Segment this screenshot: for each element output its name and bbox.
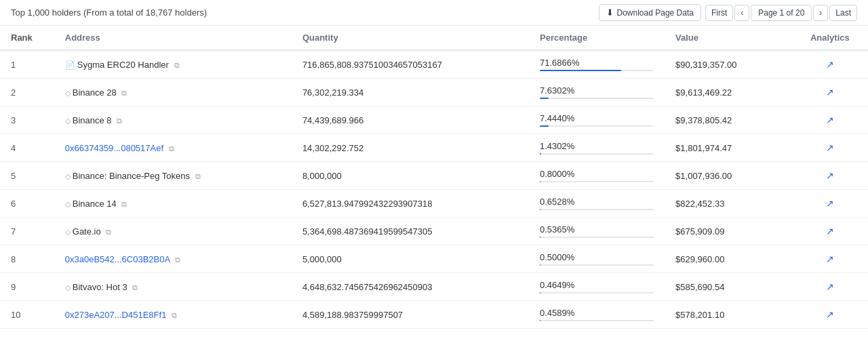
address-link[interactable]: 0x66374359...080517Aef xyxy=(65,143,163,153)
percentage-cell: 0.8000% xyxy=(529,162,665,190)
percentage-bar-bg xyxy=(540,98,654,99)
analytics-cell: ↗ xyxy=(792,245,868,273)
prev-page-button[interactable]: ‹ xyxy=(734,5,749,21)
top-bar-title: Top 1,000 holders (From a total of 18,76… xyxy=(11,7,207,18)
copy-icon[interactable]: ⧉ xyxy=(121,200,127,208)
holders-table: Rank Address Quantity Percentage Value A… xyxy=(0,26,868,329)
address-label: Sygma ERC20 Handler xyxy=(77,60,169,70)
address-label: Binance 8 xyxy=(73,115,112,125)
address-cell: ◇Bitvavo: Hot 3 ⧉ xyxy=(54,273,292,301)
quantity-cell: 716,865,808.937510034657053167 xyxy=(292,50,529,79)
address-cell: 0x3a0eB542...6C03B2B0A ⧉ xyxy=(54,245,292,273)
copy-icon[interactable]: ⧉ xyxy=(117,117,122,125)
analytics-cell: ↗ xyxy=(792,50,868,79)
analytics-chart-icon[interactable]: ↗ xyxy=(826,226,834,237)
percentage-cell: 0.6528% xyxy=(529,190,665,218)
next-page-button[interactable]: › xyxy=(813,5,828,21)
download-button[interactable]: ⬇ Download Page Data xyxy=(599,4,701,21)
percentage-bar-fill xyxy=(540,320,540,321)
percentage-cell: 7.6302% xyxy=(529,79,665,106)
copy-icon[interactable]: ⧉ xyxy=(195,172,201,180)
percentage-bar-fill xyxy=(540,292,540,294)
table-row: 5 ◇Binance: Binance-Peg Tokens ⧉ 8,000,0… xyxy=(0,162,868,190)
analytics-cell: ↗ xyxy=(792,218,868,245)
percentage-bar-wrapper: 0.5000% xyxy=(540,252,654,266)
percentage-bar-fill xyxy=(540,181,540,182)
analytics-chart-icon[interactable]: ↗ xyxy=(826,309,834,320)
analytics-cell: ↗ xyxy=(792,273,868,301)
percentage-cell: 71.6866% xyxy=(529,50,665,79)
analytics-chart-icon[interactable]: ↗ xyxy=(826,59,834,70)
percentage-cell: 0.5000% xyxy=(529,245,665,273)
percentage-text: 0.5365% xyxy=(540,224,654,235)
analytics-chart-icon[interactable]: ↗ xyxy=(826,281,834,292)
rank-cell: 8 xyxy=(0,245,54,273)
address-cell: 📄Sygma ERC20 Handler ⧉ xyxy=(54,50,292,79)
percentage-bar-bg xyxy=(540,237,654,238)
quantity-cell: 8,000,000 xyxy=(292,162,529,190)
quantity-cell: 14,302,292.752 xyxy=(292,134,529,162)
percentage-bar-fill xyxy=(540,237,540,238)
quantity-cell: 6,527,813.947992432293907318 xyxy=(292,190,529,218)
percentage-bar-fill xyxy=(540,209,540,210)
percentage-text: 1.4302% xyxy=(540,141,654,151)
analytics-chart-icon[interactable]: ↗ xyxy=(826,170,834,181)
percentage-bar-fill xyxy=(540,98,549,99)
col-header-rank: Rank xyxy=(0,26,54,50)
percentage-cell: 7.4440% xyxy=(529,106,665,134)
rank-cell: 6 xyxy=(0,190,54,218)
copy-icon[interactable]: ⧉ xyxy=(106,228,111,236)
table-row: 2 ◇Binance 28 ⧉ 76,302,219.334 7.6302% $… xyxy=(0,79,868,106)
exchange-icon: ◇ xyxy=(65,200,71,208)
percentage-text: 7.4440% xyxy=(540,113,654,123)
col-header-address: Address xyxy=(54,26,292,50)
percentage-bar-wrapper: 0.4589% xyxy=(540,308,654,321)
value-cell: $675,909.09 xyxy=(665,218,792,245)
address-cell: ◇Binance 28 ⧉ xyxy=(54,79,292,106)
copy-icon[interactable]: ⧉ xyxy=(132,283,138,291)
value-cell: $1,007,936.00 xyxy=(665,162,792,190)
analytics-chart-icon[interactable]: ↗ xyxy=(826,198,834,209)
percentage-cell: 0.5365% xyxy=(529,218,665,245)
table-row: 7 ◇Gate.io ⧉ 5,364,698.48736941959954730… xyxy=(0,218,868,245)
percentage-bar-bg xyxy=(540,125,654,127)
copy-icon[interactable]: ⧉ xyxy=(169,144,174,153)
value-cell: $1,801,974.47 xyxy=(665,134,792,162)
percentage-text: 0.4649% xyxy=(540,280,654,290)
quantity-cell: 5,364,698.487369419599547305 xyxy=(292,218,529,245)
copy-icon[interactable]: ⧉ xyxy=(121,89,127,97)
analytics-chart-icon[interactable]: ↗ xyxy=(826,254,834,264)
address-link[interactable]: 0x273eA207...D451E8Ff1 xyxy=(65,310,167,320)
copy-icon[interactable]: ⧉ xyxy=(174,61,180,69)
analytics-chart-icon[interactable]: ↗ xyxy=(826,142,834,153)
download-icon: ⬇ xyxy=(606,7,614,18)
value-cell: $9,378,805.42 xyxy=(665,106,792,134)
analytics-chart-icon[interactable]: ↗ xyxy=(826,115,834,125)
address-link[interactable]: 0x3a0eB542...6C03B2B0A xyxy=(65,254,170,264)
percentage-bar-fill xyxy=(540,264,540,266)
rank-cell: 10 xyxy=(0,301,54,329)
percentage-bar-wrapper: 7.4440% xyxy=(540,113,654,127)
address-label: Binance: Binance-Peg Tokens xyxy=(73,171,190,181)
address-cell: ◇Binance: Binance-Peg Tokens ⧉ xyxy=(54,162,292,190)
analytics-cell: ↗ xyxy=(792,134,868,162)
top-bar: Top 1,000 holders (From a total of 18,76… xyxy=(0,0,868,26)
percentage-bar-fill xyxy=(540,125,549,127)
last-page-button[interactable]: Last xyxy=(829,5,857,21)
rank-cell: 7 xyxy=(0,218,54,245)
percentage-text: 0.6528% xyxy=(540,197,654,207)
exchange-icon: ◇ xyxy=(65,89,71,97)
value-cell: $629,960.00 xyxy=(665,245,792,273)
pagination: First ‹ Page 1 of 20 › Last xyxy=(705,5,857,21)
first-page-button[interactable]: First xyxy=(705,5,733,21)
copy-icon[interactable]: ⧉ xyxy=(172,311,177,319)
analytics-chart-icon[interactable]: ↗ xyxy=(826,87,834,98)
table-header-row: Rank Address Quantity Percentage Value A… xyxy=(0,26,868,50)
rank-cell: 3 xyxy=(0,106,54,134)
rank-cell: 1 xyxy=(0,50,54,79)
page-info: Page 1 of 20 xyxy=(751,5,812,21)
percentage-bar-wrapper: 0.6528% xyxy=(540,197,654,210)
table-row: 10 0x273eA207...D451E8Ff1 ⧉ 4,589,188.98… xyxy=(0,301,868,329)
quantity-cell: 4,589,188.983759997507 xyxy=(292,301,529,329)
copy-icon[interactable]: ⧉ xyxy=(175,256,180,264)
